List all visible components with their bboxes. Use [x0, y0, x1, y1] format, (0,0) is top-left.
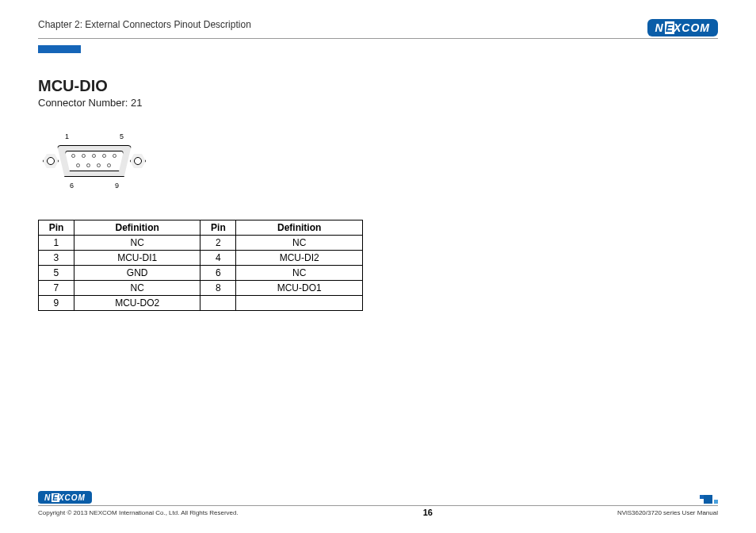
- cell-def: MCU-DI1: [74, 251, 200, 266]
- hex-screw-right-icon: [130, 153, 146, 169]
- cell-pin: 1: [39, 236, 74, 251]
- connector-shell-icon: [57, 145, 132, 177]
- cell-def: NC: [236, 236, 363, 251]
- hex-screw-left-icon: [43, 153, 59, 169]
- pin-row-top: [71, 154, 116, 158]
- pin-label-5: 5: [120, 132, 124, 140]
- table-header-row: Pin Definition Pin Definition: [39, 220, 363, 236]
- footer-brand-text: NEXCOM: [44, 493, 86, 502]
- manual-name: NViS3620/3720 series User Manual: [617, 509, 718, 516]
- section-title: MCU-DIO: [38, 77, 718, 95]
- cell-pin: 2: [200, 236, 236, 251]
- cell-pin: 8: [200, 281, 236, 296]
- pin-icon: [113, 154, 116, 158]
- connector-number: Connector Number: 21: [38, 97, 718, 109]
- cell-def: GND: [74, 266, 200, 281]
- th-definition: Definition: [74, 220, 200, 236]
- brand-logo-text: NEXCOM: [655, 21, 710, 34]
- cell-pin: 9: [39, 296, 74, 311]
- square-icon: [714, 500, 718, 504]
- cell-pin: 6: [200, 266, 236, 281]
- cell-def: [236, 296, 363, 311]
- cell-def: MCU-DI2: [236, 251, 363, 266]
- cell-def: NC: [236, 266, 363, 281]
- chapter-title: Chapter 2: External Connectors Pinout De…: [38, 19, 251, 30]
- pinout-table: Pin Definition Pin Definition 1 NC 2 NC …: [38, 220, 363, 311]
- cell-pin: 4: [200, 251, 236, 266]
- page-header: Chapter 2: External Connectors Pinout De…: [38, 19, 718, 39]
- pin-icon: [107, 163, 111, 167]
- pin-label-1: 1: [65, 132, 69, 140]
- table-row: 9 MCU-DO2: [39, 296, 363, 311]
- th-definition: Definition: [236, 220, 363, 236]
- pin-icon: [76, 163, 80, 167]
- pin-row-bottom: [76, 163, 111, 167]
- th-pin: Pin: [39, 220, 74, 236]
- cell-pin: 5: [39, 266, 74, 281]
- footer-squares-icon: [700, 495, 718, 504]
- cell-pin: 3: [39, 251, 74, 266]
- cell-pin: 7: [39, 281, 74, 296]
- cell-def: NC: [74, 236, 200, 251]
- th-pin: Pin: [200, 220, 236, 236]
- pin-label-9: 9: [115, 182, 119, 190]
- pin-icon: [86, 163, 90, 167]
- page-footer: NEXCOM Copyright © 2013 NEXCOM Internati…: [38, 491, 718, 517]
- pin-label-6: 6: [70, 182, 74, 190]
- cell-def: NC: [74, 281, 200, 296]
- pin-icon: [71, 154, 75, 158]
- cell-pin: [200, 296, 236, 311]
- pin-icon: [82, 154, 86, 158]
- pin-icon: [97, 163, 101, 167]
- table-row: 5 GND 6 NC: [39, 266, 363, 281]
- footer-brand-logo: NEXCOM: [38, 491, 92, 504]
- pin-icon: [92, 154, 96, 158]
- page-number: 16: [423, 508, 433, 517]
- db9-connector-icon: [43, 142, 146, 180]
- copyright-text: Copyright © 2013 NEXCOM International Co…: [38, 509, 239, 516]
- cell-def: MCU-DO1: [236, 281, 363, 296]
- brand-logo: NEXCOM: [647, 19, 718, 36]
- cell-def: MCU-DO2: [74, 296, 200, 311]
- table-row: 3 MCU-DI1 4 MCU-DI2: [39, 251, 363, 266]
- section-marker-bar: [38, 45, 81, 53]
- table-row: 1 NC 2 NC: [39, 236, 363, 251]
- pin-labels-bottom: 6 9: [57, 180, 132, 190]
- table-row: 7 NC 8 MCU-DO1: [39, 281, 363, 296]
- pin-labels-top: 1 5: [57, 132, 132, 142]
- pin-icon: [102, 154, 106, 158]
- square-icon: [704, 495, 712, 504]
- connector-diagram: 1 5 6 9: [43, 132, 718, 190]
